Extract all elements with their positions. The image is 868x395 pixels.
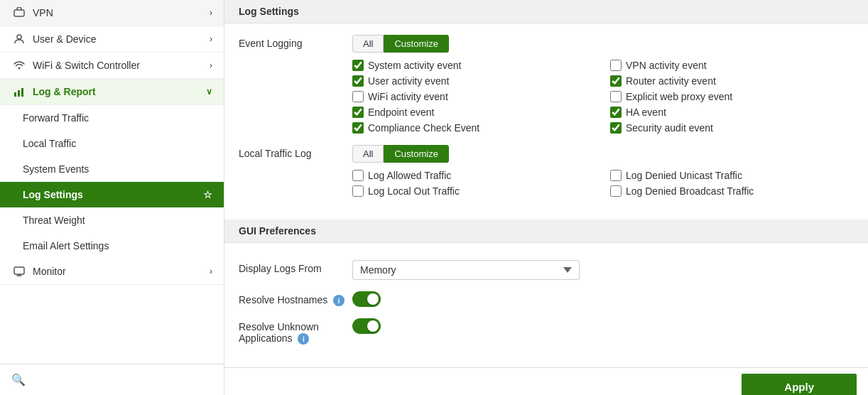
sidebar-item-log-report[interactable]: Log & Report ∨ <box>0 79 224 105</box>
search-icon[interactable]: 🔍 <box>11 373 26 386</box>
allowed-traffic-checkbox[interactable] <box>352 170 364 181</box>
sidebar-sub-threat-weight[interactable]: Threat Weight <box>0 207 224 233</box>
sidebar-sub-forward-traffic[interactable]: Forward Traffic <box>0 105 224 131</box>
gui-preferences-area: Display Logs From Memory Disk FortiAnaly… <box>224 249 868 367</box>
local-out-checkbox[interactable] <box>352 185 364 197</box>
system-activity-checkbox[interactable] <box>352 60 364 71</box>
chevron-user: › <box>210 34 212 44</box>
router-activity-label: Router activity event <box>626 75 716 87</box>
log-settings-header: Log Settings <box>224 0 868 23</box>
local-traffic-btn-group: All Customize <box>352 145 854 163</box>
sidebar-sub-system-events[interactable]: System Events <box>0 156 224 182</box>
sidebar-item-wifi[interactable]: WiFi & Switch Controller › <box>0 53 224 79</box>
sidebar: VPN › User & Device › WiFi & Switch Cont… <box>0 0 224 395</box>
vpn-activity-checkbox-item: VPN activity event <box>610 60 854 71</box>
sidebar-sub-log-settings[interactable]: Log Settings ☆ <box>0 182 224 207</box>
denied-unicast-label: Log Denied Unicast Traffic <box>626 170 742 181</box>
svg-rect-6 <box>14 267 24 274</box>
allowed-traffic-checkbox-item: Log Allowed Traffic <box>352 170 596 181</box>
resolve-hostnames-label: Resolve Hostnames i <box>239 291 352 306</box>
resolve-hostnames-info-icon[interactable]: i <box>333 295 345 306</box>
sidebar-sub-threat-label: Threat Weight <box>23 215 85 226</box>
vpn-activity-checkbox[interactable] <box>610 60 622 71</box>
resolve-unknown-toggle[interactable] <box>352 318 381 334</box>
system-activity-checkbox-item: System activity event <box>352 60 596 71</box>
resolve-unknown-row: Resolve Unknown Applications i <box>239 318 854 345</box>
sidebar-sub-email-alert[interactable]: Email Alert Settings <box>0 233 224 259</box>
apply-button[interactable]: Apply <box>742 374 857 395</box>
sidebar-search-area: 🔍 <box>0 364 224 395</box>
denied-unicast-checkbox-item: Log Denied Unicast Traffic <box>610 170 854 181</box>
event-logging-label: Event Logging <box>239 35 352 49</box>
svg-point-1 <box>17 35 21 39</box>
chevron-wifi: › <box>210 60 212 70</box>
event-customize-btn[interactable]: Customize <box>384 35 448 53</box>
display-logs-select[interactable]: Memory Disk FortiAnalyzer FortiCloud <box>352 260 580 280</box>
router-activity-checkbox-item: Router activity event <box>610 75 854 87</box>
sidebar-item-monitor-label: Monitor <box>33 266 66 277</box>
resolve-unknown-label: Resolve Unknown Applications i <box>239 318 352 345</box>
event-logging-checkboxes: System activity event VPN activity event… <box>352 60 854 134</box>
favorite-star-icon[interactable]: ☆ <box>203 189 212 200</box>
display-logs-label: Display Logs From <box>239 260 352 274</box>
sidebar-sub-system-label: System Events <box>23 163 89 175</box>
sidebar-item-user-device-label: User & Device <box>33 33 96 45</box>
explicit-web-proxy-checkbox-item: Explicit web proxy event <box>610 91 854 102</box>
ha-event-label: HA event <box>626 107 666 118</box>
sidebar-item-vpn[interactable]: VPN › <box>0 0 224 26</box>
event-all-btn[interactable]: All <box>352 35 384 53</box>
system-activity-label: System activity event <box>368 60 462 71</box>
explicit-web-proxy-checkbox[interactable] <box>610 91 622 102</box>
event-logging-btn-group: All Customize <box>352 35 854 53</box>
user-activity-checkbox[interactable] <box>352 75 364 87</box>
ha-event-checkbox-item: HA event <box>610 107 854 118</box>
main-content: Log Settings Event Logging All Customize… <box>224 0 868 395</box>
vpn-icon <box>11 7 27 18</box>
endpoint-checkbox[interactable] <box>352 107 364 118</box>
compliance-checkbox-item: Compliance Check Event <box>352 122 596 134</box>
log-report-icon <box>11 86 27 97</box>
svg-rect-4 <box>18 90 20 97</box>
event-logging-row: Event Logging All Customize System activ… <box>239 35 854 134</box>
resolve-unknown-track <box>352 318 381 334</box>
compliance-checkbox[interactable] <box>352 122 364 134</box>
explicit-web-proxy-label: Explicit web proxy event <box>626 91 732 102</box>
sidebar-sub-local-traffic[interactable]: Local Traffic <box>0 131 224 156</box>
local-out-label: Log Local Out Traffic <box>368 185 460 197</box>
vpn-activity-label: VPN activity event <box>626 60 707 71</box>
sidebar-sub-local-label: Local Traffic <box>23 138 76 149</box>
wifi-icon <box>11 60 27 71</box>
resolve-hostnames-thumb <box>367 293 379 305</box>
chevron-vpn: › <box>210 8 212 18</box>
sidebar-item-monitor[interactable]: Monitor › <box>0 259 224 285</box>
allowed-traffic-label: Log Allowed Traffic <box>368 170 451 181</box>
wifi-activity-checkbox-item: WiFi activity event <box>352 91 596 102</box>
monitor-icon <box>11 266 27 277</box>
wifi-activity-checkbox[interactable] <box>352 91 364 102</box>
local-all-btn[interactable]: All <box>352 145 384 163</box>
svg-rect-5 <box>21 88 23 97</box>
svg-rect-0 <box>14 10 24 16</box>
content-area: Event Logging All Customize System activ… <box>224 23 868 220</box>
security-audit-label: Security audit event <box>626 122 713 134</box>
resolve-hostnames-row: Resolve Hostnames i <box>239 291 854 307</box>
local-customize-btn[interactable]: Customize <box>384 145 448 163</box>
security-audit-checkbox-item: Security audit event <box>610 122 854 134</box>
user-activity-checkbox-item: User activity event <box>352 75 596 87</box>
denied-broadcast-checkbox-item: Log Denied Broadcast Traffic <box>610 185 854 197</box>
denied-unicast-checkbox[interactable] <box>610 170 622 181</box>
sidebar-sub-log-settings-label: Log Settings <box>23 189 83 200</box>
local-traffic-checkboxes: Log Allowed Traffic Log Denied Unicast T… <box>352 170 854 197</box>
footer: Apply <box>224 367 868 395</box>
chevron-monitor: › <box>210 266 212 276</box>
denied-broadcast-checkbox[interactable] <box>610 185 622 197</box>
sidebar-item-user-device[interactable]: User & Device › <box>0 26 224 53</box>
sidebar-item-vpn-label: VPN <box>33 7 53 18</box>
resolve-unknown-info-icon[interactable]: i <box>298 333 309 345</box>
router-activity-checkbox[interactable] <box>610 75 622 87</box>
resolve-hostnames-toggle[interactable] <box>352 291 381 307</box>
event-logging-control: All Customize System activity event VPN … <box>352 35 854 134</box>
security-audit-checkbox[interactable] <box>610 122 622 134</box>
denied-broadcast-label: Log Denied Broadcast Traffic <box>626 185 754 197</box>
ha-event-checkbox[interactable] <box>610 107 622 118</box>
